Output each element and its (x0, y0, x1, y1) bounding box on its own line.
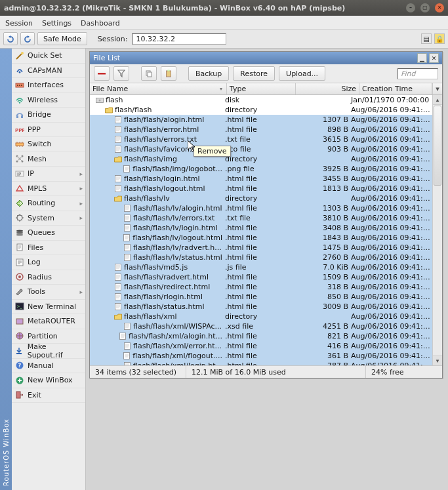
file-row[interactable]: flash/flash/error.html .html file 898 B … (90, 125, 432, 134)
file-size: 416 B (289, 342, 350, 350)
file-row[interactable]: flash/flash/logout.html .html file 1813 … (90, 184, 432, 194)
sidebar-item-bridge[interactable]: Bridge (12, 108, 85, 123)
file-row[interactable]: flash/flash/lv/alogin.html .html file 13… (90, 203, 432, 213)
filter-button[interactable] (113, 66, 129, 81)
find-input[interactable]: Find (397, 68, 438, 79)
file-list-minimize-button[interactable]: ▁ (417, 53, 427, 63)
sidebar-item-interfaces[interactable]: Interfaces (12, 78, 85, 93)
sidebar-item-label: Tools (28, 287, 45, 296)
col-time[interactable]: Creation Time (359, 83, 432, 94)
file-row[interactable]: flash/flash/xml directory Aug/06/2016 09… (90, 312, 432, 321)
sidebar-item-new-terminal[interactable]: >_New Terminal (12, 300, 85, 315)
menu-session[interactable]: Session (5, 19, 33, 28)
close-button[interactable]: ✕ (435, 3, 444, 12)
file-name: flash/flash/lv/status.html (133, 253, 222, 262)
scroll-up-button[interactable]: ▴ (433, 95, 442, 105)
file-size: 361 B (289, 352, 350, 360)
scroll-thumb[interactable] (434, 106, 441, 186)
file-row[interactable]: flash/flash/xml/WISPAc... .xsd file 4251… (90, 321, 432, 331)
file-row[interactable]: flash/flash/lv/status.html .html file 27… (90, 253, 432, 262)
maximize-button[interactable]: ▢ (420, 3, 430, 12)
sidebar-item-partition[interactable]: Partition (12, 329, 85, 344)
file-time: Aug/06/2016 09:41:46 (350, 312, 432, 321)
hide-passwords-icon[interactable]: ▤ (421, 33, 432, 44)
sidebar-item-metarouter[interactable]: MetaROUTER (12, 314, 85, 329)
sidebar-item-switch[interactable]: Switch (12, 137, 85, 152)
file-row[interactable]: flash/flash/xml/login.ht... .html file 7… (90, 361, 432, 365)
svg-rect-7 (16, 115, 18, 118)
lock-icon[interactable]: 🔒 (434, 33, 445, 44)
file-size: 4251 B (289, 322, 350, 331)
remove-button[interactable] (94, 66, 110, 81)
undo-button[interactable] (3, 32, 18, 45)
file-list-window[interactable]: File List ▁ ✕ (89, 51, 443, 378)
sidebar-item-log[interactable]: Log (12, 255, 85, 270)
paste-button[interactable] (161, 66, 176, 81)
sidebar-item-ppp[interactable]: PPPPPP (12, 123, 85, 138)
sidebar-item-wireless[interactable]: Wireless (12, 93, 85, 108)
file-row[interactable]: flash/flash/xml/flogout.... .html file 3… (90, 351, 432, 361)
file-row[interactable]: flash/flash/lv/radvert.h... .html file 1… (90, 243, 432, 253)
file-row[interactable]: flash/flash/errors.txt .txt file 3615 B … (90, 134, 432, 144)
scroll-down-button[interactable]: ▾ (433, 356, 442, 365)
file-row[interactable]: flash/flash/alogin.html .html file 1307 … (90, 115, 432, 125)
minimize-button[interactable]: – (406, 3, 415, 12)
titlebar[interactable]: admin@10.32.32.2 (MikroTik - SMKN 1 Bulu… (0, 0, 448, 16)
restore-button[interactable]: Restore (233, 66, 275, 81)
sidebar-item-quick-set[interactable]: Quick Set (12, 49, 85, 64)
sidebar-item-system[interactable]: System (12, 211, 85, 226)
scrollbar[interactable]: ▴ ▾ (432, 95, 442, 365)
file-row[interactable]: flash/flash/radvert.html .html file 1509… (90, 272, 432, 282)
file-row[interactable]: flash/flash/xml/alogin.ht... .html file … (90, 331, 432, 341)
sidebar-item-radius[interactable]: Radius (12, 270, 85, 285)
backup-button[interactable]: Backup (188, 66, 229, 81)
sidebar-item-manual[interactable]: ?Manual (12, 359, 85, 374)
copy-button[interactable] (141, 66, 157, 81)
col-type[interactable]: Type (227, 83, 296, 94)
file-row[interactable]: flash/flash/img directory Aug/06/2016 09… (90, 154, 432, 164)
file-row[interactable]: flash/flash/md5.js .js file 7.0 KiB Aug/… (90, 262, 432, 272)
col-name[interactable]: File Name (90, 83, 227, 94)
sidebar-item-mpls[interactable]: MPLS (12, 182, 85, 197)
file-row[interactable]: flash/flash/login.html .html file 3455 B… (90, 174, 432, 184)
file-row[interactable]: flash/flash/lv directory Aug/06/2016 09:… (90, 194, 432, 203)
file-row[interactable]: flash/flash/redirect.html .html file 318… (90, 282, 432, 292)
svg-rect-49 (125, 205, 131, 212)
svg-rect-43 (115, 127, 121, 133)
sidebar-item-files[interactable]: Files (12, 241, 85, 256)
file-row[interactable]: flash/flash/lv/logout.html .html file 18… (90, 233, 432, 243)
col-menu-button[interactable]: ▾ (432, 83, 442, 94)
sidebar-item-mesh[interactable]: Mesh (12, 152, 85, 167)
file-row[interactable]: flash/flash/lv/errors.txt .txt file 3810… (90, 213, 432, 223)
file-list-close-button[interactable]: ✕ (429, 53, 439, 63)
file-row[interactable]: flash/flash/rlogin.html .html file 850 B… (90, 292, 432, 302)
sidebar-item-routing[interactable]: Routing (12, 196, 85, 211)
file-row[interactable]: flash/flash/xml/error.ht... .html file 4… (90, 341, 432, 351)
col-size[interactable]: Size (296, 83, 359, 94)
sidebar-item-queues[interactable]: Queues (12, 226, 85, 241)
file-row[interactable]: flash disk Jan/01/1970 07:00:00 (90, 95, 432, 105)
sidebar-item-capsman[interactable]: CAPsMAN (12, 64, 85, 79)
svg-rect-50 (125, 215, 131, 222)
file-list-titlebar[interactable]: File List ▁ ✕ (90, 52, 442, 64)
sidebar-item-label: Log (28, 258, 41, 266)
file-row[interactable]: flash/flash/lv/login.html .html file 340… (90, 223, 432, 233)
upload-button[interactable]: Upload... (279, 66, 325, 81)
file-row[interactable]: flash/flash directory Aug/06/2016 09:41:… (90, 105, 432, 115)
file-type: .html file (224, 361, 289, 365)
file-list-grid[interactable]: flash disk Jan/01/1970 07:00:00 flash/fl… (90, 95, 442, 365)
file-row[interactable]: flash/flash/favicon.ico .ico file 903 B … (90, 144, 432, 154)
file-row[interactable]: flash/flash/status.html .html file 3009 … (90, 302, 432, 312)
redo-button[interactable] (20, 32, 35, 45)
file-list-header[interactable]: File Name Type Size Creation Time ▾ (90, 83, 442, 95)
sidebar-item-exit[interactable]: Exit (12, 388, 85, 403)
file-row[interactable]: flash/flash/img/logobot... .png file 392… (90, 164, 432, 174)
svg-rect-63 (124, 353, 130, 359)
menu-dashboard[interactable]: Dashboard (81, 19, 120, 28)
menu-settings[interactable]: Settings (42, 19, 71, 28)
sidebar-item-ip[interactable]: IPIP (12, 167, 85, 182)
safe-mode-button[interactable]: Safe Mode (37, 32, 87, 45)
sidebar-item-make-supout-rif[interactable]: Make Supout.rif (12, 344, 85, 359)
sidebar-item-new-winbox[interactable]: New WinBox (12, 373, 85, 388)
sidebar-item-tools[interactable]: Tools (12, 285, 85, 300)
